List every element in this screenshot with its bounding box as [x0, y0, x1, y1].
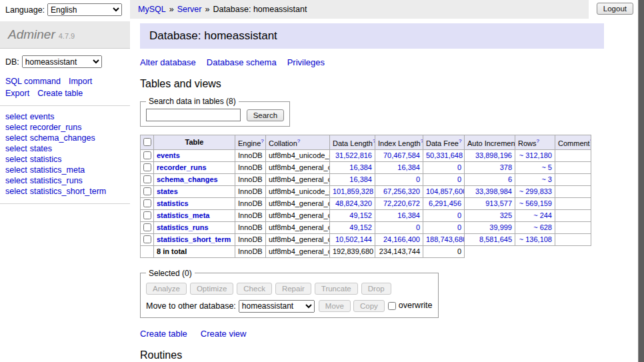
- rows-link[interactable]: ~ 312,180: [519, 151, 552, 159]
- table-name-link[interactable]: statistics_short_term: [157, 235, 231, 243]
- import-link[interactable]: Import: [69, 77, 92, 86]
- table-name-link[interactable]: states: [157, 187, 178, 195]
- row-checkbox[interactable]: [143, 187, 151, 195]
- rows-link[interactable]: ~ 628: [533, 223, 552, 231]
- help-link[interactable]: ?: [459, 138, 461, 144]
- repair-button[interactable]: Repair: [275, 283, 311, 295]
- row-checkbox[interactable]: [143, 211, 151, 219]
- sql-command-link[interactable]: SQL command: [5, 77, 61, 86]
- row-checkbox[interactable]: [143, 235, 151, 243]
- index-length-link[interactable]: 16,384: [397, 163, 420, 171]
- row-checkbox[interactable]: [143, 223, 151, 231]
- table-name-link[interactable]: events: [157, 151, 180, 159]
- help-link[interactable]: ?: [421, 138, 423, 144]
- index-length-link[interactable]: 0: [416, 175, 420, 183]
- db-select[interactable]: homeassistant: [22, 55, 102, 68]
- index-length-link[interactable]: 0: [416, 223, 420, 231]
- table-name-link[interactable]: recorder_runs: [157, 163, 207, 171]
- truncate-button[interactable]: Truncate: [315, 283, 358, 295]
- select-link[interactable]: select: [5, 165, 27, 175]
- logout-button[interactable]: Logout: [597, 3, 633, 15]
- data-free-link[interactable]: 6,291,456: [429, 199, 461, 207]
- select-link[interactable]: select: [5, 123, 27, 132]
- create-table-link[interactable]: Create table: [140, 329, 187, 339]
- optimize-button[interactable]: Optimize: [190, 283, 233, 295]
- table-name-link[interactable]: statistics_meta: [157, 211, 210, 219]
- help-link[interactable]: ?: [373, 138, 375, 144]
- help-link[interactable]: ?: [261, 138, 263, 144]
- language-select[interactable]: English: [47, 3, 122, 16]
- analyze-button[interactable]: Analyze: [146, 283, 187, 295]
- help-link[interactable]: ?: [537, 138, 539, 144]
- data-length-link[interactable]: 31,522,816: [335, 151, 372, 159]
- overwrite-checkbox[interactable]: [388, 302, 396, 310]
- rows-link[interactable]: ~ 569,159: [519, 199, 552, 207]
- data-free-link[interactable]: 0: [457, 211, 461, 219]
- row-checkbox[interactable]: [143, 199, 151, 207]
- rows-link[interactable]: ~ 244: [533, 211, 552, 219]
- create-table-sidebar-link[interactable]: Create table: [37, 89, 83, 98]
- row-checkbox[interactable]: [143, 151, 151, 159]
- data-length-link[interactable]: 16,384: [349, 175, 372, 183]
- help-link[interactable]: ?: [590, 138, 591, 144]
- index-length-link[interactable]: 67,256,320: [383, 187, 420, 195]
- table-link[interactable]: schema_changes: [30, 133, 95, 143]
- select-link[interactable]: select: [5, 176, 27, 185]
- table-name-link[interactable]: statistics_runs: [157, 223, 209, 231]
- index-length-link[interactable]: 24,166,400: [383, 235, 420, 243]
- auto-increment-link[interactable]: 378: [500, 163, 512, 171]
- table-link[interactable]: statistics_short_term: [30, 187, 107, 196]
- auto-increment-link[interactable]: 6: [508, 175, 512, 183]
- table-name-link[interactable]: statistics: [157, 199, 189, 207]
- data-length-link[interactable]: 49,152: [349, 223, 372, 231]
- rows-link[interactable]: ~ 136,108: [519, 235, 552, 243]
- search-input[interactable]: [146, 109, 241, 121]
- data-length-link[interactable]: 101,859,328: [333, 187, 373, 195]
- scrollbar[interactable]: [638, 0, 644, 362]
- rows-link[interactable]: ~ 5: [541, 163, 552, 171]
- table-link[interactable]: statistics_runs: [30, 176, 83, 185]
- data-free-link[interactable]: 188,743,680: [426, 235, 465, 243]
- data-free-link[interactable]: 0: [457, 163, 461, 171]
- table-link[interactable]: states: [30, 144, 52, 153]
- adminer-logo[interactable]: Adminer: [8, 27, 55, 41]
- data-length-link[interactable]: 49,152: [349, 211, 372, 219]
- help-link[interactable]: ?: [297, 138, 300, 144]
- data-free-link[interactable]: 104,857,600: [426, 187, 465, 195]
- export-link[interactable]: Export: [5, 89, 29, 98]
- breadcrumb-mysql-link[interactable]: MySQL: [138, 5, 166, 14]
- data-length-link[interactable]: 48,824,320: [335, 199, 372, 207]
- table-link[interactable]: statistics: [30, 155, 62, 164]
- auto-increment-link[interactable]: 33,398,984: [475, 187, 512, 195]
- select-link[interactable]: select: [5, 155, 27, 164]
- auto-increment-link[interactable]: 8,581,645: [479, 235, 512, 243]
- data-length-link[interactable]: 16,384: [349, 163, 372, 171]
- database-schema-link[interactable]: Database schema: [207, 57, 277, 67]
- breadcrumb-server-link[interactable]: Server: [177, 5, 202, 14]
- data-free-link[interactable]: 0: [457, 223, 461, 231]
- rows-link[interactable]: ~ 3: [541, 175, 552, 183]
- data-free-link[interactable]: 0: [457, 175, 461, 183]
- drop-button[interactable]: Drop: [361, 283, 391, 295]
- auto-increment-link[interactable]: 39,999: [489, 223, 512, 231]
- table-link[interactable]: events: [30, 112, 55, 121]
- auto-increment-link[interactable]: 913,577: [485, 199, 512, 207]
- copy-button[interactable]: Copy: [353, 300, 385, 312]
- rows-link[interactable]: ~ 299,833: [519, 187, 552, 195]
- table-name-link[interactable]: schema_changes: [157, 175, 218, 183]
- auto-increment-link[interactable]: 33,898,196: [475, 151, 512, 159]
- row-checkbox[interactable]: [143, 175, 151, 183]
- table-link[interactable]: recorder_runs: [30, 123, 82, 132]
- auto-increment-link[interactable]: 325: [500, 211, 512, 219]
- select-link[interactable]: select: [5, 112, 27, 121]
- alter-database-link[interactable]: Alter database: [140, 57, 196, 67]
- create-view-link[interactable]: Create view: [201, 329, 247, 339]
- select-link[interactable]: select: [5, 133, 27, 143]
- data-length-link[interactable]: 10,502,144: [335, 235, 372, 243]
- data-free-link[interactable]: 50,331,648: [426, 151, 463, 159]
- search-button[interactable]: Search: [247, 109, 284, 121]
- check-button[interactable]: Check: [237, 283, 272, 295]
- move-button[interactable]: Move: [319, 300, 351, 312]
- index-length-link[interactable]: 72,220,672: [383, 199, 420, 207]
- index-length-link[interactable]: 70,467,584: [383, 151, 420, 159]
